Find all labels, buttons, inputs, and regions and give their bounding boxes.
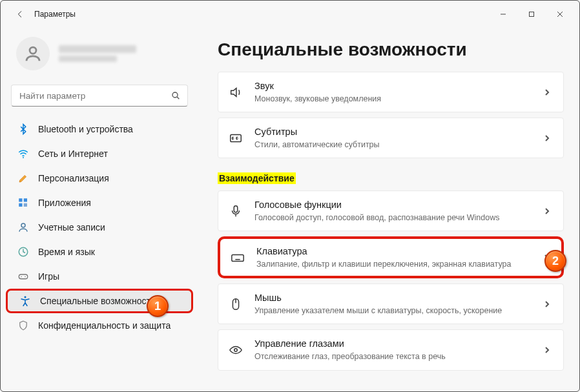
chevron-right-icon [544, 132, 553, 144]
chevron-right-icon [544, 87, 553, 98]
section-interaction: Взаимодействие [218, 172, 296, 184]
account-block[interactable] [3, 30, 196, 81]
sidebar-item-network[interactable]: Сеть и Интернет [6, 141, 193, 166]
chevron-right-icon [544, 205, 553, 217]
search-icon [171, 90, 181, 101]
svg-rect-1 [530, 12, 534, 17]
search-box[interactable] [11, 85, 188, 107]
sidebar-item-apps[interactable]: Приложения [6, 191, 193, 215]
shield-icon [17, 320, 29, 331]
card-sub: Голосовой доступ, голосовой ввод, распоз… [254, 212, 533, 223]
sidebar-item-label: Учетные записи [38, 222, 105, 232]
card-sub: Залипание, фильтр и клавиши переключения… [256, 259, 533, 269]
minimize-button[interactable] [489, 5, 517, 24]
sidebar-item-label: Время и язык [38, 247, 95, 257]
sidebar-item-personalization[interactable]: Персонализация [6, 166, 193, 191]
keyboard-icon [229, 251, 246, 265]
svg-point-4 [30, 47, 36, 54]
sidebar-item-label: Персонализация [38, 173, 109, 183]
card-keyboard[interactable]: Клавиатура Залипание, фильтр и клавиши п… [218, 236, 564, 278]
svg-point-17 [25, 296, 26, 298]
card-sound[interactable]: Звук Монозвук, звуковые уведомления [218, 72, 564, 112]
card-sub: Отслеживание глаз, преобразование текста… [254, 351, 533, 362]
card-sub: Стили, автоматические субтитры [254, 139, 533, 150]
annotation-callout-2: 2 [544, 250, 566, 272]
account-name-redacted [59, 45, 136, 62]
sidebar-item-bluetooth[interactable]: Bluetooth и устройства [6, 117, 193, 141]
sidebar-item-label: Приложения [38, 198, 91, 208]
card-eye-control[interactable]: Управление глазами Отслеживание глаз, пр… [218, 329, 564, 370]
card-title: Голосовые функции [254, 199, 533, 211]
eye-icon [227, 343, 244, 357]
svg-point-15 [21, 276, 22, 278]
svg-rect-10 [19, 203, 22, 207]
window-controls [489, 5, 574, 24]
card-voice[interactable]: Голосовые функции Голосовой доступ, голо… [218, 191, 564, 231]
mouse-icon [227, 297, 244, 311]
accessibility-icon [19, 295, 31, 307]
sidebar-item-label: Игры [38, 271, 59, 282]
sidebar-item-label: Специальные возможности [40, 296, 156, 306]
brush-icon [17, 172, 29, 184]
titlebar: Параметры [1, 1, 579, 28]
window-title: Параметры [34, 10, 76, 19]
card-mouse[interactable]: Мышь Управление указателем мыши с клавиа… [218, 284, 564, 324]
svg-point-16 [25, 276, 26, 278]
captions-icon [227, 131, 244, 145]
annotation-callout-1: 1 [147, 295, 169, 317]
sidebar-item-privacy[interactable]: Конфиденциальность и защита [6, 313, 193, 338]
sidebar-item-label: Сеть и Интернет [38, 149, 108, 159]
card-sub: Управление указателем мыши с клавиатуры,… [254, 305, 533, 316]
card-title: Клавиатура [256, 245, 533, 258]
svg-point-7 [23, 157, 24, 158]
sidebar-item-gaming[interactable]: Игры [6, 264, 193, 289]
svg-point-23 [234, 349, 238, 352]
svg-rect-20 [232, 254, 243, 261]
back-button[interactable] [10, 4, 30, 25]
svg-line-6 [177, 97, 179, 99]
gamepad-icon [17, 271, 29, 282]
card-title: Мышь [254, 292, 533, 304]
chevron-right-icon [544, 344, 553, 356]
accounts-icon [17, 222, 29, 233]
sidebar-item-time-language[interactable]: Время и язык [6, 240, 193, 264]
avatar [16, 37, 50, 70]
card-title: Управление глазами [254, 338, 533, 350]
sidebar-item-accounts[interactable]: Учетные записи [6, 215, 193, 240]
svg-rect-14 [19, 274, 28, 279]
card-sub: Монозвук, звуковые уведомления [254, 94, 533, 104]
svg-rect-8 [19, 198, 22, 201]
sidebar-item-label: Конфиденциальность и защита [38, 320, 171, 331]
svg-point-5 [172, 92, 178, 98]
sound-icon [227, 85, 244, 99]
card-captions[interactable]: Субтитры Стили, автоматические субтитры [218, 118, 564, 158]
mic-icon [227, 204, 244, 218]
wifi-icon [17, 148, 29, 160]
card-title: Звук [254, 80, 533, 92]
page-title: Специальные возможности [218, 39, 564, 60]
chevron-right-icon [544, 298, 553, 310]
main-content: Специальные возможности Звук Монозвук, з… [198, 28, 579, 391]
apps-icon [17, 197, 29, 209]
card-title: Субтитры [254, 126, 533, 138]
search-input[interactable] [19, 91, 171, 101]
sidebar-item-label: Bluetooth и устройства [38, 124, 133, 134]
bluetooth-icon [17, 123, 29, 135]
svg-rect-9 [24, 198, 27, 201]
close-button[interactable] [546, 5, 574, 24]
svg-point-12 [21, 223, 25, 227]
svg-rect-11 [24, 203, 27, 207]
sidebar: Bluetooth и устройства Сеть и Интернет П… [1, 28, 198, 391]
maximize-button[interactable] [517, 5, 546, 24]
clock-globe-icon [17, 246, 29, 258]
svg-rect-19 [234, 205, 238, 212]
